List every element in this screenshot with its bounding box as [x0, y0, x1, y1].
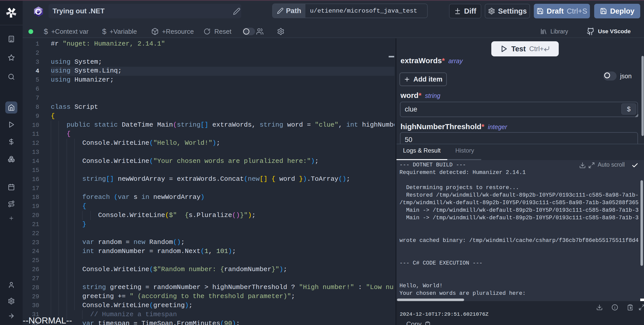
svg-text:#: #	[39, 9, 42, 14]
